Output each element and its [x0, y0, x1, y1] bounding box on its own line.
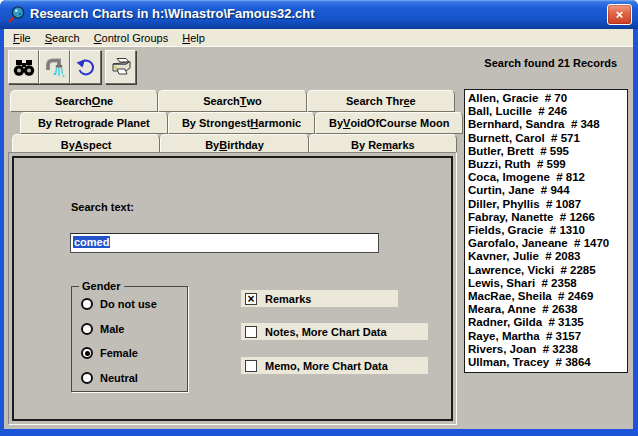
menu-item-help[interactable]: Help [175, 31, 212, 45]
close-button[interactable]: × [607, 4, 632, 25]
result-list-item[interactable]: Lewis, Shari # 2358 [465, 277, 627, 290]
result-list-item[interactable]: Rivers, Joan # 3238 [465, 343, 627, 356]
tab-search-three[interactable]: Search Three [307, 90, 455, 112]
search-tab-page: Search text: comed Gender Do not useMale… [8, 152, 457, 425]
tab-search-two[interactable]: Search Two [158, 90, 306, 112]
checkbox-icon: × [245, 360, 257, 372]
result-list-item[interactable]: Garofalo, Janeane # 1470 [465, 237, 627, 250]
radio-label: Male [100, 323, 124, 335]
checkbox-icon: × [245, 293, 257, 305]
radio-label: Neutral [100, 372, 138, 384]
radio-do-not-use[interactable]: Do not use [81, 298, 157, 310]
radio-female[interactable]: Female [81, 347, 138, 359]
checkbox-label: Memo, More Chart Data [265, 360, 388, 372]
result-list-item[interactable]: Kavner, Julie # 2083 [465, 250, 627, 263]
result-list-item[interactable]: Butler, Brett # 595 [465, 145, 627, 158]
menu-item-search[interactable]: Search [38, 31, 87, 45]
menubar: FileSearchControl GroupsHelp [4, 29, 633, 47]
result-list-item[interactable]: Radner, Gilda # 3135 [465, 316, 627, 329]
faucet-icon [43, 55, 67, 79]
search-found-status: Search found 21 Records [484, 57, 617, 69]
result-list-item[interactable]: Ball, Lucille # 246 [465, 105, 627, 118]
radio-label: Female [100, 347, 138, 359]
radio-button-icon [81, 298, 93, 310]
menu-item-file[interactable]: File [6, 31, 38, 45]
window-title: Research Charts in h:\Winastro\Famous32.… [30, 6, 315, 21]
tab-row-2: By Retrograde PlanetBy Strongest Harmoni… [20, 112, 463, 134]
result-list-item[interactable]: Bernhard, Sandra # 348 [465, 118, 627, 131]
print-toolbar-button[interactable] [105, 50, 136, 84]
result-list-item[interactable]: Allen, Gracie # 70 [465, 92, 627, 105]
selected-input-text: comed [73, 236, 110, 248]
checkbox-label: Remarks [265, 293, 311, 305]
clear-toolbar-button[interactable] [39, 50, 70, 84]
result-list-item[interactable]: Curtin, Jane # 944 [465, 184, 627, 197]
result-list-item[interactable]: Fields, Gracie # 1310 [465, 224, 627, 237]
result-list-item[interactable]: Fabray, Nanette # 1266 [465, 211, 627, 224]
result-list-item[interactable]: Ullman, Tracey # 3864 [465, 356, 627, 369]
result-list-item[interactable]: MacRae, Sheila # 2469 [465, 290, 627, 303]
results-listbox[interactable]: Allen, Gracie # 70Ball, Lucille # 246Ber… [464, 89, 628, 373]
tab-by-retrograde-planet[interactable]: By Retrograde Planet [20, 112, 168, 134]
client-area: FileSearchControl GroupsHelp [4, 29, 633, 429]
search-toolbar-button[interactable] [8, 50, 39, 84]
tab-by-strongest-harmonic[interactable]: By Strongest Harmonic [168, 112, 316, 134]
menu-item-control-groups[interactable]: Control Groups [87, 31, 176, 45]
result-list-item[interactable]: Diller, Phyllis # 1087 [465, 198, 627, 211]
titlebar: Research Charts in h:\Winastro\Famous32.… [0, 0, 638, 29]
tab-search-one[interactable]: Search One [10, 90, 158, 112]
undo-toolbar-button[interactable] [70, 50, 101, 84]
printer-icon [109, 55, 133, 79]
radio-label: Do not use [100, 298, 157, 310]
result-list-item[interactable]: Burnett, Carol # 571 [465, 132, 627, 145]
checkbox-label: Notes, More Chart Data [265, 326, 387, 338]
gender-groupbox-title: Gender [79, 280, 124, 292]
radio-button-icon [81, 323, 93, 335]
radio-button-icon [81, 347, 93, 359]
undo-arrow-icon [74, 55, 98, 79]
app-window: Research Charts in h:\Winastro\Famous32.… [0, 0, 638, 436]
tab-by-voidofcourse-moon[interactable]: By VoidOfCourse Moon [315, 112, 463, 134]
result-list-item[interactable]: Raye, Martha # 3157 [465, 330, 627, 343]
magnifier-app-icon [7, 5, 27, 25]
tab-row-1: Search OneSearch TwoSearch Three [10, 90, 455, 112]
search-text-label: Search text: [71, 201, 134, 213]
checkbox-memo-more-chart-data[interactable]: ×Memo, More Chart Data [241, 357, 428, 374]
gender-groupbox: Gender Do not useMaleFemaleNeutral [71, 286, 188, 392]
radio-button-icon [81, 372, 93, 384]
checkbox-icon: × [245, 326, 257, 338]
checkbox-notes-more-chart-data[interactable]: ×Notes, More Chart Data [241, 323, 428, 340]
result-list-item[interactable]: Buzzi, Ruth # 599 [465, 158, 627, 171]
radio-male[interactable]: Male [81, 323, 124, 335]
result-list-item[interactable]: Meara, Anne # 2638 [465, 303, 627, 316]
result-list-item[interactable]: Lawrence, Vicki # 2285 [465, 264, 627, 277]
search-text-input[interactable]: comed [70, 233, 379, 253]
binoculars-icon [12, 55, 36, 79]
checkbox-remarks[interactable]: ×Remarks [241, 290, 398, 307]
radio-neutral[interactable]: Neutral [81, 372, 138, 384]
result-list-item[interactable]: Coca, Imogene # 812 [465, 171, 627, 184]
